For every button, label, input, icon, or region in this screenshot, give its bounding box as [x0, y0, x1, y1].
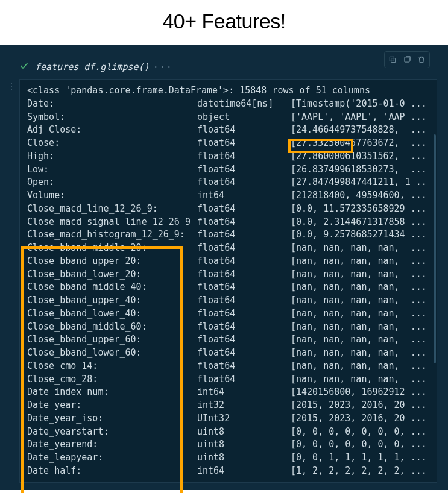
output-row: Date_year_iso:UInt32[2015, 2023, 2016, 2… — [27, 412, 429, 425]
column-name: Close_macd_histogram_12_26_9: — [27, 228, 197, 242]
copy-icon[interactable] — [386, 53, 399, 66]
notebook-cell-panel: features_df.glimpse() ··· ⋮ <class 'pand… — [0, 45, 448, 490]
output-row: Low:float64[26.837499618530273, ... — [27, 163, 429, 177]
output-row: Close_bband_lower_60:float64[nan, nan, n… — [27, 347, 429, 360]
column-dtype: uint8 — [197, 451, 291, 465]
column-name: Date_year_iso: — [27, 412, 197, 425]
output-row: Close_bband_middle_20:float64[nan, nan, … — [27, 242, 429, 255]
output-row: Close_bband_middle_60:float64[nan, nan, … — [27, 321, 429, 334]
output-row: Close_macd_histogram_12_26_9:float64[0.0… — [27, 228, 429, 242]
column-dtype: float64 — [197, 360, 291, 373]
column-name: Date: — [27, 98, 197, 111]
column-name: Close_cmo_14: — [27, 360, 197, 373]
class-line-text: <class 'pandas.core.frame.DataFrame'>: 1… — [27, 84, 370, 98]
column-name: Date_yearend: — [27, 438, 197, 451]
column-dtype: float64 — [197, 281, 291, 294]
class-header-row: <class 'pandas.core.frame.DataFrame'>: 1… — [27, 84, 429, 98]
output-row: Date_index_num:int64[1420156800, 1696291… — [27, 386, 429, 399]
svg-rect-1 — [390, 57, 394, 61]
output-row: Open:float64[27.847499847441211, 1 ... — [27, 176, 429, 189]
column-values: [0.0, 2.3144671317858 ... — [291, 216, 429, 229]
column-values: [212818400, 49594600, ... — [291, 189, 429, 203]
column-name: Close_bband_upper_20: — [27, 255, 197, 268]
output-row: Date_yearstart:uint8[0, 0, 0, 0, 0, 0, 0… — [27, 425, 429, 439]
column-dtype: float64 — [197, 373, 291, 386]
column-values: [nan, nan, nan, nan, ... — [291, 294, 429, 307]
column-values: [nan, nan, nan, nan, ... — [291, 307, 429, 321]
column-dtype: float64 — [197, 242, 291, 255]
column-name: Date_year: — [27, 399, 197, 412]
column-name: Close_bband_lower_60: — [27, 347, 197, 360]
column-values: [1420156800, 16962912 ... — [291, 386, 429, 399]
cell-toolbar — [384, 51, 430, 68]
output-row: Date_year:int32[2015, 2023, 2016, 20 ... — [27, 399, 429, 412]
column-values: [0, 0, 0, 0, 0, 0, 0, ... — [291, 425, 429, 439]
svg-rect-2 — [405, 57, 409, 62]
column-values: [nan, nan, nan, nan, ... — [291, 268, 429, 281]
column-name: Date_yearstart: — [27, 425, 197, 439]
trash-icon[interactable] — [415, 53, 428, 66]
output-block: <class 'pandas.core.frame.DataFrame'>: 1… — [19, 79, 437, 483]
column-dtype: float64 — [197, 268, 291, 281]
column-dtype: uint8 — [197, 438, 291, 451]
column-dtype: float64 — [197, 255, 291, 268]
output-row: Volume:int64[212818400, 49594600, ... — [27, 189, 429, 203]
column-values: [0.0, 9.2578685271434 ... — [291, 228, 429, 242]
column-dtype: float64 — [197, 124, 291, 137]
column-dtype: float64 — [197, 176, 291, 189]
output-row: Close_macd_line_12_26_9:float64[0.0, 11.… — [27, 203, 429, 216]
column-name: Close_bband_lower_40: — [27, 307, 197, 321]
output-row: Date_half:int64[1, 2, 2, 2, 2, 2, 2, ... — [27, 465, 429, 478]
output-row: Close_bband_lower_40:float64[nan, nan, n… — [27, 307, 429, 321]
svg-rect-0 — [391, 58, 396, 63]
column-dtype: object — [197, 111, 291, 124]
page-title: 40+ Features! — [0, 0, 448, 45]
column-values: [nan, nan, nan, nan, ... — [291, 333, 429, 347]
output-row: Close_bband_upper_40:float64[nan, nan, n… — [27, 294, 429, 307]
column-name: Close_bband_upper_60: — [27, 333, 197, 347]
column-dtype: float64 — [197, 307, 291, 321]
column-name: Adj Close: — [27, 124, 197, 137]
output-row: Close_cmo_14:float64[nan, nan, nan, nan,… — [27, 360, 429, 373]
column-dtype: float64 — [197, 203, 291, 216]
output-row: High:float64[27.860000610351562, ... — [27, 150, 429, 163]
success-check-icon — [19, 61, 29, 73]
column-name: Volume: — [27, 189, 197, 203]
column-dtype: float64 — [197, 321, 291, 334]
column-dtype: UInt32 — [197, 412, 291, 425]
column-values: [0, 0, 0, 0, 0, 0, 0, ... — [291, 438, 429, 451]
column-dtype: int32 — [197, 399, 291, 412]
column-dtype: float64 — [197, 216, 291, 229]
output-row: Close_macd_signal_line_12_26_9float64[0.… — [27, 216, 429, 229]
output-scrollbar[interactable] — [434, 134, 436, 363]
output-row: Adj Close:float64[24.466449737548828, ..… — [27, 124, 429, 137]
column-name: Close: — [27, 137, 197, 150]
ellipsis-icon[interactable]: ··· — [153, 61, 173, 72]
column-values: [27.860000610351562, ... — [291, 150, 429, 163]
column-name: Open: — [27, 176, 197, 189]
column-values: [24.466449737548828, ... — [291, 124, 429, 137]
new-window-icon[interactable] — [400, 53, 414, 66]
column-name: Close_bband_middle_40: — [27, 281, 197, 294]
column-values: [nan, nan, nan, nan, ... — [291, 242, 429, 255]
column-values: [nan, nan, nan, nan, ... — [291, 347, 429, 360]
column-dtype: int64 — [197, 189, 291, 203]
column-values: [nan, nan, nan, nan, ... — [291, 373, 429, 386]
column-name: Close_bband_lower_20: — [27, 268, 197, 281]
column-dtype: int64 — [197, 386, 291, 399]
column-name: Close_bband_middle_60: — [27, 321, 197, 334]
output-row: Date:datetime64[ns][Timestamp('2015-01-0… — [27, 98, 429, 111]
column-name: Close_macd_line_12_26_9: — [27, 203, 197, 216]
gutter-dots-icon[interactable]: ⋮ — [7, 81, 16, 91]
column-name: Close_cmo_28: — [27, 373, 197, 386]
column-values: [1, 2, 2, 2, 2, 2, 2, ... — [291, 465, 429, 478]
column-dtype: float64 — [197, 150, 291, 163]
output-row: Close_cmo_28:float64[nan, nan, nan, nan,… — [27, 373, 429, 386]
column-name: Date_leapyear: — [27, 451, 197, 465]
column-values: [2015, 2023, 2016, 20 ... — [291, 399, 429, 412]
column-name: Date_index_num: — [27, 386, 197, 399]
column-dtype: float64 — [197, 294, 291, 307]
output-row: Symbol:object['AAPL', 'AAPL', 'AAP ... — [27, 111, 429, 124]
output-row: Close:float64[27.332500457763672, ... — [27, 137, 429, 150]
column-dtype: float64 — [197, 228, 291, 242]
